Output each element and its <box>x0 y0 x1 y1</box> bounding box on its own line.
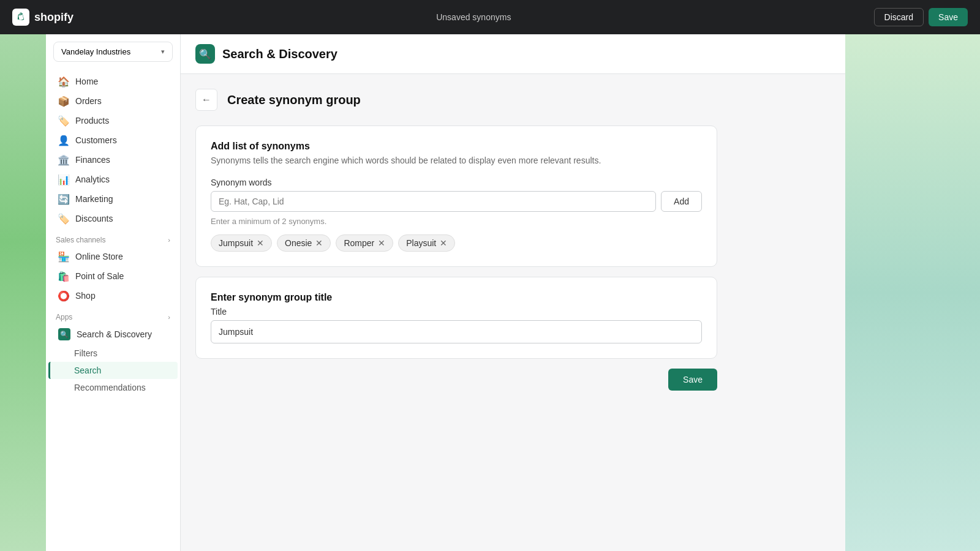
tag-romper-label: Romper <box>344 238 374 248</box>
synonym-input[interactable] <box>211 191 656 212</box>
search-label: Search <box>74 365 101 375</box>
discard-button[interactable]: Discard <box>874 8 924 26</box>
synonym-card: Add list of synonyms Synonyms tells the … <box>195 126 717 267</box>
search-discovery-app-icon: 🔍 <box>58 328 70 340</box>
point-of-sale-icon: 🛍️ <box>58 271 69 282</box>
sales-channels-arrow-icon: › <box>168 236 170 244</box>
sidebar-item-search-discovery[interactable]: 🔍 Search & Discovery <box>48 324 178 345</box>
back-arrow-icon: ← <box>202 94 211 105</box>
remove-onesie-button[interactable]: ✕ <box>315 239 323 247</box>
search-discovery-header-icon: 🔍 <box>199 48 211 60</box>
sidebar-item-discounts[interactable]: 🏷️ Discounts <box>48 209 178 228</box>
synonym-input-row: Add <box>211 191 702 212</box>
online-store-icon: 🏪 <box>58 251 69 262</box>
back-button[interactable]: ← <box>195 89 217 111</box>
sidebar-item-point-of-sale[interactable]: 🛍️ Point of Sale <box>48 266 178 286</box>
synonym-tags-row: Jumpsuit ✕ Onesie ✕ Romper ✕ Playsuit ✕ <box>211 234 702 252</box>
layout: Vandelay Industries ▾ 🏠 Home 📦 Orders 🏷️… <box>0 34 980 551</box>
analytics-icon: 📊 <box>58 174 69 185</box>
title-card: Enter synonym group title Title <box>195 277 717 359</box>
sidebar-item-analytics[interactable]: 📊 Analytics <box>48 170 178 189</box>
section-title: Create synonym group <box>227 93 361 107</box>
topbar: shopify Unsaved synonyms Discard Save <box>0 0 980 34</box>
sidebar-sub-item-search[interactable]: Search <box>48 362 178 379</box>
add-synonym-button[interactable]: Add <box>661 191 702 212</box>
tag-jumpsuit-label: Jumpsuit <box>219 238 253 248</box>
nav-pos-label: Point of Sale <box>75 271 124 281</box>
page-header-title: Search & Discovery <box>222 47 337 61</box>
apps-section: Apps › <box>46 305 180 324</box>
synonym-tag-romper: Romper ✕ <box>336 234 393 252</box>
right-color-strip <box>845 34 980 551</box>
remove-romper-button[interactable]: ✕ <box>378 239 385 247</box>
save-bottom-button[interactable]: Save <box>668 369 717 391</box>
sidebar-item-customers[interactable]: 👤 Customers <box>48 130 178 150</box>
recommendations-label: Recommendations <box>74 383 146 392</box>
synonym-hint-text: Enter a minimum of 2 synonyms. <box>211 217 702 226</box>
discounts-icon: 🏷️ <box>58 213 69 224</box>
synonym-field-label: Synonym words <box>211 178 702 187</box>
nav-discounts-label: Discounts <box>75 214 113 223</box>
nav-orders-label: Orders <box>75 96 102 106</box>
apps-arrow-icon: › <box>168 313 170 321</box>
sidebar-item-finances[interactable]: 🏛️ Finances <box>48 150 178 170</box>
search-discovery-label: Search & Discovery <box>77 329 152 339</box>
sidebar-item-shop[interactable]: ⭕ Shop <box>48 286 178 305</box>
orders-icon: 📦 <box>58 96 69 107</box>
nav-finances-label: Finances <box>75 155 110 165</box>
synonym-card-title: Add list of synonyms <box>211 141 702 152</box>
store-selector[interactable]: Vandelay Industries ▾ <box>53 42 173 62</box>
logo: shopify <box>12 9 74 26</box>
sales-channels-section: Sales channels › <box>46 228 180 247</box>
main-content: 🔍 Search & Discovery ← Create synonym gr… <box>181 34 845 551</box>
back-title-row: ← Create synonym group <box>195 89 717 111</box>
synonym-group-title-input[interactable] <box>211 320 702 343</box>
sidebar-item-products[interactable]: 🏷️ Products <box>48 111 178 130</box>
nav-customers-label: Customers <box>75 135 117 145</box>
apps-label: Apps <box>56 313 72 321</box>
sidebar-item-home[interactable]: 🏠 Home <box>48 72 178 91</box>
sales-channels-label: Sales channels <box>56 236 105 244</box>
title-field-label: Title <box>211 307 702 317</box>
sidebar-item-orders[interactable]: 📦 Orders <box>48 91 178 111</box>
remove-jumpsuit-button[interactable]: ✕ <box>257 239 264 247</box>
synonym-card-description: Synonyms tells the search engine which w… <box>211 156 702 165</box>
customers-icon: 👤 <box>58 135 69 146</box>
sidebar: Vandelay Industries ▾ 🏠 Home 📦 Orders 🏷️… <box>46 34 181 551</box>
marketing-icon: 🔄 <box>58 193 69 204</box>
nav-online-store-label: Online Store <box>75 252 123 261</box>
content-area: ← Create synonym group Add list of synon… <box>181 74 732 405</box>
left-color-strip <box>0 34 46 551</box>
finances-icon: 🏛️ <box>58 154 69 165</box>
save-top-button[interactable]: Save <box>929 8 968 26</box>
home-icon: 🏠 <box>58 76 69 87</box>
topbar-actions: Discard Save <box>874 8 968 26</box>
synonym-tag-jumpsuit: Jumpsuit ✕ <box>211 234 272 252</box>
store-name: Vandelay Industries <box>61 47 130 56</box>
tag-onesie-label: Onesie <box>285 238 312 248</box>
nav-analytics-label: Analytics <box>75 174 110 184</box>
synonym-tag-onesie: Onesie ✕ <box>277 234 331 252</box>
nav-marketing-label: Marketing <box>75 194 113 204</box>
page-header-icon: 🔍 <box>195 44 215 64</box>
chevron-down-icon: ▾ <box>161 48 165 56</box>
nav-shop-label: Shop <box>75 291 96 301</box>
save-row: Save <box>195 369 717 391</box>
sidebar-item-online-store[interactable]: 🏪 Online Store <box>48 247 178 266</box>
products-icon: 🏷️ <box>58 115 69 126</box>
page-unsaved-title: Unsaved synonyms <box>83 12 864 22</box>
remove-playsuit-button[interactable]: ✕ <box>440 239 447 247</box>
page-header: 🔍 Search & Discovery <box>181 34 845 74</box>
nav-products-label: Products <box>75 116 109 126</box>
nav-home-label: Home <box>75 77 98 86</box>
shop-icon: ⭕ <box>58 290 69 301</box>
shopify-logo-icon <box>12 9 29 26</box>
title-card-heading: Enter synonym group title <box>211 292 702 303</box>
sidebar-sub-item-filters[interactable]: Filters <box>48 345 178 362</box>
sidebar-item-marketing[interactable]: 🔄 Marketing <box>48 189 178 209</box>
tag-playsuit-label: Playsuit <box>406 238 436 248</box>
sidebar-sub-item-recommendations[interactable]: Recommendations <box>48 379 178 396</box>
logo-text: shopify <box>34 11 74 24</box>
synonym-tag-playsuit: Playsuit ✕ <box>398 234 455 252</box>
filters-label: Filters <box>74 348 97 358</box>
